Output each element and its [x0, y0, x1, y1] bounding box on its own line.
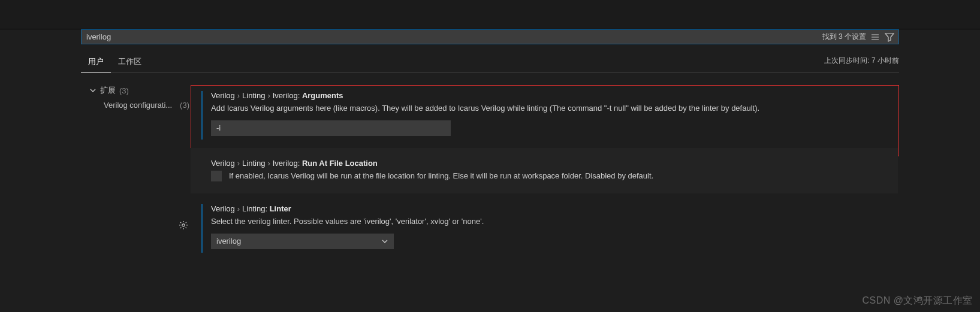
settings-sidebar: 扩展 (3) Verilog configurati... (3) [81, 73, 191, 261]
svg-point-0 [182, 224, 185, 226]
linter-select[interactable]: iverilog [211, 234, 394, 249]
sidebar-item-label: Verilog configurati... [104, 101, 172, 110]
sidebar-group-count: (3) [119, 86, 129, 95]
settings-list: Verilog›Linting›Iverilog: Arguments Add … [191, 73, 899, 261]
chevron-down-icon [381, 238, 388, 245]
linter-select-value: iverilog [216, 237, 241, 246]
setting-title: Verilog›Linting›Iverilog: Arguments [205, 91, 887, 100]
setting-description: Select the verilog linter. Possible valu… [205, 216, 887, 228]
settings-search-row: 找到 3 个设置 [81, 29, 899, 44]
sidebar-item-count: (3) [180, 101, 191, 110]
settings-search-input[interactable] [82, 30, 822, 44]
arguments-input[interactable] [211, 120, 451, 136]
tab-workspace[interactable]: 工作区 [111, 53, 149, 72]
settings-tabs-row: 用户 工作区 上次同步时间: 7 小时前 [81, 53, 899, 73]
run-at-file-location-checkbox[interactable] [211, 171, 222, 181]
setting-title: Verilog›Linting: Linter [205, 204, 887, 213]
modified-indicator [201, 204, 203, 253]
setting-description: If enabled, Icarus Verilog will be run a… [229, 170, 653, 182]
last-sync-time: 上次同步时间: 7 小时前 [824, 56, 899, 69]
modified-indicator [201, 91, 203, 140]
setting-arguments: Verilog›Linting›Iverilog: Arguments Add … [191, 74, 899, 148]
setting-title: Verilog›Linting›Iverilog: Run At File Lo… [205, 159, 886, 168]
title-bar [0, 0, 980, 29]
gear-icon[interactable] [179, 220, 188, 230]
watermark: CSDN @文鸿开源工作室 [862, 295, 973, 307]
sidebar-group-extensions[interactable]: 扩展 (3) [81, 83, 191, 98]
sidebar-item-verilog-config[interactable]: Verilog configurati... (3) [81, 98, 191, 112]
sidebar-group-label: 扩展 [100, 85, 116, 96]
search-result-count: 找到 3 个设置 [822, 32, 866, 42]
setting-description: Add Icarus Verilog arguments here (like … [205, 102, 887, 114]
search-actions: 找到 3 个设置 [822, 32, 898, 43]
setting-run-at-file-location: Verilog›Linting›Iverilog: Run At File Lo… [191, 148, 898, 194]
filter-icon[interactable] [884, 32, 895, 43]
tab-user[interactable]: 用户 [81, 53, 111, 72]
setting-linter: Verilog›Linting: Linter Select the veril… [191, 193, 899, 261]
clear-search-icon[interactable] [870, 32, 881, 43]
chevron-down-icon [89, 87, 97, 94]
